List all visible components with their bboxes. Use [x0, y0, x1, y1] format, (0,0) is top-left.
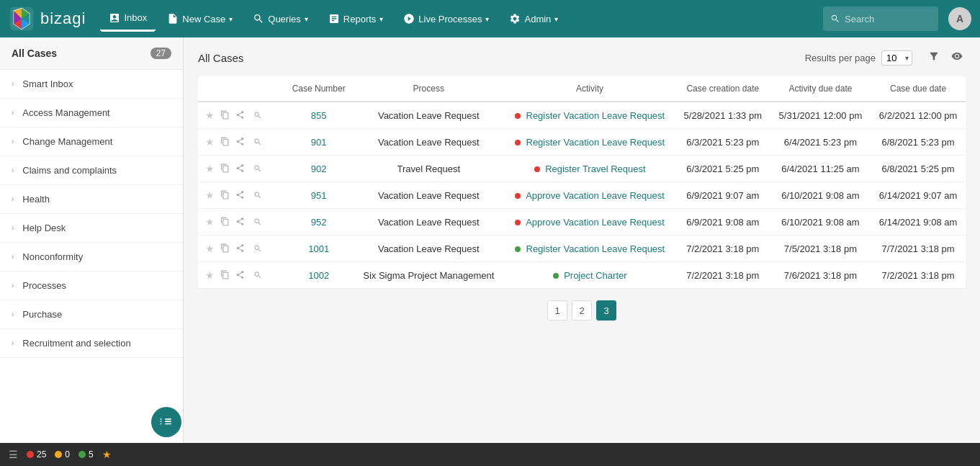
share-btn-3[interactable] [234, 189, 246, 202]
star-btn-6[interactable]: ★ [204, 269, 216, 282]
star-btn-2[interactable]: ★ [204, 162, 216, 175]
row-case-number-5[interactable]: 1001 [284, 236, 353, 262]
star-btn-4[interactable]: ★ [204, 215, 216, 228]
sidebar-chevron-claims-complaints: › [12, 166, 14, 174]
copy-btn-2[interactable] [219, 162, 231, 176]
row-case-due-date-0: 6/2/2021 12:00 pm [871, 102, 966, 129]
queries-nav-btn[interactable]: Queries ▾ [244, 6, 317, 32]
filter-icon-btn[interactable] [925, 49, 943, 66]
activity-link-3[interactable]: Approve Vacation Leave Request [526, 190, 665, 201]
search-row-btn-1[interactable] [252, 136, 264, 149]
top-nav: bizagi Inbox New Case ▾ Queries ▾ Report… [0, 0, 980, 37]
copy-btn-4[interactable] [219, 215, 231, 229]
sidebar-item-nonconformity[interactable]: › Nonconformity [0, 243, 183, 272]
sidebar-label-help-desk: Help Desk [22, 223, 66, 233]
col-case-due-date: Case due date [871, 76, 966, 102]
inbox-nav-btn[interactable]: Inbox [100, 6, 156, 32]
page-btn-2[interactable]: 2 [572, 300, 592, 321]
row-actions-4: ★ [204, 215, 279, 229]
share-btn-0[interactable] [234, 109, 246, 122]
row-activity-3[interactable]: Approve Vacation Leave Request [504, 182, 675, 209]
row-activity-2[interactable]: Register Travel Request [504, 156, 675, 182]
star-btn-0[interactable]: ★ [204, 109, 216, 122]
activity-link-0[interactable]: Register Vacation Leave Request [526, 110, 665, 121]
star-btn-3[interactable]: ★ [204, 189, 216, 202]
sidebar-label-health: Health [22, 194, 50, 205]
sidebar-item-change-management[interactable]: › Change Management [0, 127, 183, 156]
fab-button[interactable] [151, 407, 181, 437]
inbox-nav-label: Inbox [124, 12, 147, 23]
new-case-nav-label: New Case [182, 14, 225, 24]
star-btn-5[interactable]: ★ [204, 242, 216, 255]
row-activity-5[interactable]: Register Vacation Leave Request [504, 236, 675, 262]
sidebar-chevron-access-management: › [12, 109, 14, 117]
eye-icon [951, 50, 963, 62]
sidebar-item-recruitment-selection[interactable]: › Recruitment and selection [0, 329, 183, 358]
reports-nav-btn[interactable]: Reports ▾ [320, 6, 392, 32]
row-process-3: Vacation Leave Request [353, 182, 504, 209]
row-activity-1[interactable]: Register Vacation Leave Request [504, 129, 675, 156]
activity-link-2[interactable]: Register Travel Request [545, 163, 645, 174]
share-btn-1[interactable] [234, 135, 246, 149]
row-case-number-3[interactable]: 951 [284, 182, 353, 209]
live-processes-nav-btn[interactable]: Live Processes ▾ [395, 6, 498, 32]
share-btn-4[interactable] [234, 215, 246, 229]
status-dot-5 [515, 246, 521, 252]
activity-link-6[interactable]: Project Charter [564, 270, 626, 281]
admin-nav-btn[interactable]: Admin ▾ [500, 6, 567, 32]
row-activity-6[interactable]: Project Charter [504, 262, 675, 289]
eye-icon-btn[interactable] [948, 49, 966, 66]
row-creation-date-2: 6/3/2021 5:25 pm [675, 156, 770, 182]
share-btn-6[interactable] [234, 269, 246, 282]
search-row-btn-6[interactable] [252, 269, 264, 282]
row-activity-due-date-2: 6/4/2021 11:25 am [770, 156, 871, 182]
row-activity-4[interactable]: Approve Vacation Leave Request [504, 209, 675, 236]
table-row: ★ 901 Vacation Leave Request Register Va… [198, 129, 966, 156]
fab-icon [159, 415, 174, 429]
row-case-number-1[interactable]: 901 [284, 129, 353, 156]
sidebar-all-cases-title: All Cases [12, 48, 57, 59]
sidebar-item-processes[interactable]: › Processes [0, 272, 183, 300]
search-row-btn-2[interactable] [252, 163, 264, 176]
sidebar-item-purchase[interactable]: › Purchase [0, 300, 183, 329]
share-btn-2[interactable] [234, 162, 246, 176]
row-activity-0[interactable]: Register Vacation Leave Request [504, 102, 675, 129]
page-btn-3[interactable]: 3 [596, 300, 616, 321]
results-per-page-select[interactable]: 10 25 50 [881, 50, 912, 66]
row-case-number-2[interactable]: 902 [284, 156, 353, 182]
avatar[interactable]: A [948, 7, 971, 30]
page-btn-1[interactable]: 1 [547, 300, 567, 321]
search-input[interactable] [845, 14, 931, 24]
share-btn-5[interactable] [234, 242, 246, 256]
search-row-btn-5[interactable] [252, 243, 264, 256]
search-row-btn-3[interactable] [252, 189, 264, 202]
row-process-1: Vacation Leave Request [353, 129, 504, 156]
search-row-btn-0[interactable] [252, 109, 264, 122]
sidebar-item-health[interactable]: › Health [0, 185, 183, 214]
bizagi-logo-icon [9, 6, 35, 32]
copy-btn-6[interactable] [219, 269, 231, 282]
sidebar-item-claims-complaints[interactable]: › Claims and complaints [0, 156, 183, 185]
activity-link-5[interactable]: Register Vacation Leave Request [526, 243, 665, 254]
copy-btn-0[interactable] [219, 109, 231, 122]
copy-btn-5[interactable] [219, 242, 231, 256]
sidebar-label-change-management: Change Management [22, 136, 112, 147]
row-case-number-6[interactable]: 1002 [284, 262, 353, 289]
copy-btn-1[interactable] [219, 135, 231, 149]
star-btn-1[interactable]: ★ [204, 135, 216, 148]
search-row-btn-4[interactable] [252, 216, 264, 229]
bottom-menu-icon[interactable]: ☰ [9, 449, 18, 460]
bottom-badge-orange: 0 [55, 449, 70, 460]
activity-link-4[interactable]: Approve Vacation Leave Request [526, 217, 665, 228]
new-case-nav-btn[interactable]: New Case ▾ [158, 6, 241, 32]
row-case-number-4[interactable]: 952 [284, 209, 353, 236]
results-per-page-wrapper: 10 25 50 ▾ [881, 50, 912, 66]
sidebar-item-access-management[interactable]: › Access Management [0, 99, 183, 127]
copy-btn-3[interactable] [219, 189, 231, 202]
sidebar-item-help-desk[interactable]: › Help Desk [0, 214, 183, 243]
row-case-number-0[interactable]: 855 [284, 102, 353, 129]
sidebar-item-smart-inbox[interactable]: › Smart Inbox [0, 70, 183, 99]
activity-link-1[interactable]: Register Vacation Leave Request [526, 137, 665, 148]
bottom-star-icon[interactable]: ★ [102, 449, 112, 460]
row-case-due-date-6: 7/2/2021 3:18 pm [871, 262, 966, 289]
